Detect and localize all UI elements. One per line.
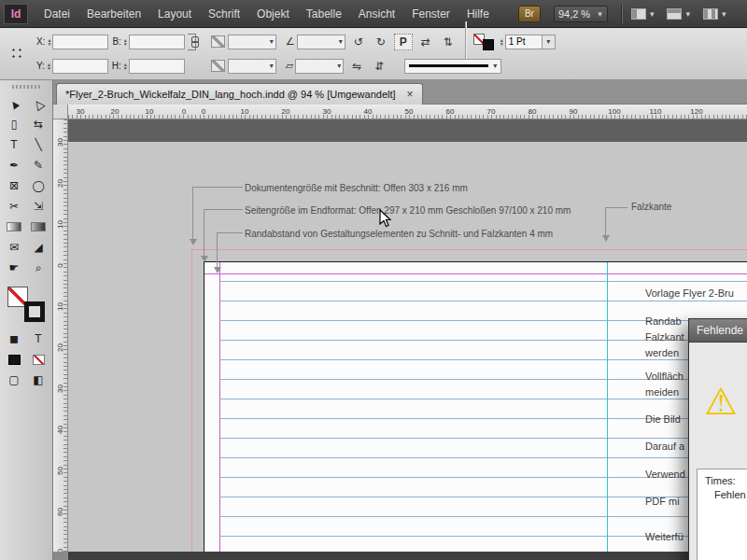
ruler-label: 40 <box>364 107 373 116</box>
stroke-style-select[interactable] <box>404 59 501 74</box>
note-tool: ✉ <box>9 242 19 253</box>
reference-point-proxy[interactable] <box>9 46 25 62</box>
tools-panel-grip[interactable] <box>12 85 40 89</box>
apply-color-button <box>8 355 21 365</box>
menu-item[interactable]: Layout <box>149 0 200 27</box>
ruler-label: 70 <box>487 107 496 116</box>
flip-horizontal-button[interactable]: ⇋ <box>347 58 366 75</box>
fill-stroke-mini-swatches[interactable] <box>473 34 494 50</box>
apply-color-button[interactable] <box>2 350 26 369</box>
scale-x-select[interactable] <box>228 35 276 49</box>
dialog-title-bar[interactable]: Fehlende <box>689 319 747 343</box>
pencil-tool: ✎ <box>34 160 43 171</box>
annotation-connector <box>204 209 243 210</box>
x-stepper[interactable] <box>47 38 51 46</box>
rotate-ccw-button[interactable]: ↺ <box>349 34 368 50</box>
menu-item[interactable]: Objekt <box>248 0 298 27</box>
view-options-icon <box>631 8 646 20</box>
zoom-level-select[interactable]: 94,2 % <box>554 6 608 22</box>
ruler-corner[interactable] <box>53 105 68 119</box>
menu-item[interactable]: Bearbeiten <box>78 0 149 27</box>
flip-vertical-button[interactable]: ⇵ <box>370 58 388 75</box>
ellipse-frame-tool: ◯ <box>32 180 44 191</box>
menu-item[interactable]: Schrift <box>200 0 248 27</box>
bottom-scrollbar-corner <box>53 552 68 560</box>
page-tool[interactable]: ▯ <box>2 115 26 133</box>
view-options-button[interactable] <box>631 8 655 20</box>
stroke-swatch[interactable] <box>24 301 45 322</box>
gradient-feather-tool[interactable] <box>26 217 50 236</box>
missing-fonts-dialog[interactable]: Fehlende ⚠ Times: Fehlen <box>688 318 747 560</box>
height-field[interactable] <box>129 59 185 74</box>
horizontal-ruler[interactable]: 30 20 10 0 0 10 20 30 40 50 60 70 <box>68 105 747 119</box>
stroke-weight-dropdown[interactable]: ▾ <box>543 35 556 49</box>
formatting-affects-text-button: T <box>35 333 41 344</box>
transform-pair-2-button[interactable]: ⇅ <box>439 34 458 50</box>
rotation-angle-select[interactable] <box>297 35 345 49</box>
document-canvas[interactable]: Vorlage Flyer 2-Bru Randab Falzkant werd… <box>68 119 747 560</box>
screen-mode-button[interactable] <box>667 8 690 20</box>
formatting-affects-text-button[interactable]: T <box>26 329 50 348</box>
direct-selection-tool[interactable]: △ <box>26 94 50 113</box>
preview-view-button[interactable]: ◧ <box>26 371 50 389</box>
x-position-field[interactable] <box>52 35 108 49</box>
eyedropper-tool[interactable]: ◢ <box>26 238 50 257</box>
rectangle-frame-tool[interactable]: ⊠ <box>2 176 26 195</box>
menu-item[interactable]: Tabelle <box>298 0 350 27</box>
bottom-scrollbar-area[interactable] <box>53 552 747 560</box>
note-tool[interactable]: ✉ <box>2 238 26 257</box>
stroke-weight-stepper[interactable] <box>500 38 504 46</box>
menu-item[interactable]: Ansicht <box>350 0 403 27</box>
bridge-button[interactable]: Br <box>518 6 541 22</box>
zoom-tool[interactable]: ⌕ <box>26 259 50 277</box>
width-field[interactable] <box>129 35 185 49</box>
annotation-connector <box>192 187 243 188</box>
constrain-dimensions-icon[interactable] <box>188 34 196 50</box>
y-position-field[interactable] <box>52 59 108 74</box>
stroke-weight-field[interactable]: 1 Pt <box>505 35 543 49</box>
pencil-tool[interactable]: ✎ <box>26 156 50 175</box>
document-tab-title: *Flyer_2-Bruch_Wickelfalz_DIN_lang_hoch.… <box>65 89 396 100</box>
annotation-arrow <box>190 239 197 245</box>
height-stepper[interactable] <box>123 63 128 70</box>
menu-item[interactable]: Datei <box>35 0 78 27</box>
rotate-cw-button[interactable]: ↻ <box>372 34 390 50</box>
ellipse-frame-tool[interactable]: ◯ <box>26 176 50 195</box>
menu-item[interactable]: Fenster <box>403 0 458 27</box>
pen-tool[interactable]: ✒ <box>2 156 26 175</box>
y-stepper[interactable] <box>47 63 51 70</box>
object-states-button[interactable]: P <box>394 34 413 50</box>
line-tool[interactable]: ╲ <box>26 135 50 154</box>
missing-fonts-list[interactable]: Times: Fehlen <box>697 469 747 560</box>
gradient-swatch-tool[interactable] <box>2 217 26 236</box>
apply-none-button[interactable] <box>26 350 50 369</box>
fill-stroke-controls[interactable] <box>6 287 47 322</box>
selection-tool[interactable]: ▲ <box>2 94 26 113</box>
type-tool[interactable]: T <box>2 135 26 154</box>
hand-tool[interactable]: ☛ <box>2 259 26 277</box>
shear-angle-select[interactable] <box>295 59 344 74</box>
y-label: Y: <box>36 61 45 71</box>
annotation-connector <box>192 187 193 239</box>
width-stepper[interactable] <box>123 38 128 46</box>
document-tab-bar: *Flyer_2-Bruch_Wickelfalz_DIN_lang_hoch.… <box>53 80 747 105</box>
annotation-connector <box>217 232 218 267</box>
document-tab[interactable]: *Flyer_2-Bruch_Wickelfalz_DIN_lang_hoch.… <box>56 83 423 105</box>
zoom-tool: ⌕ <box>35 262 42 273</box>
transform-pair-1-button[interactable]: ⇄ <box>416 34 435 50</box>
normal-view-button[interactable]: ▢ <box>2 371 26 389</box>
free-transform-tool[interactable]: ⇲ <box>26 197 50 216</box>
formatting-affects-container-button[interactable]: ◼ <box>2 329 26 348</box>
arrange-documents-button[interactable] <box>703 8 726 20</box>
scissors-tool[interactable]: ✂ <box>2 197 26 216</box>
tab-close-icon[interactable]: × <box>407 88 414 101</box>
gap-tool[interactable]: ⇆ <box>26 115 50 133</box>
vertical-ruler[interactable]: 30 20 10 0 10 20 30 40 50 60 70 <box>53 119 68 552</box>
fill-black-swatch[interactable] <box>483 39 494 50</box>
scale-y-select[interactable] <box>228 59 276 74</box>
document-page[interactable]: Vorlage Flyer 2-Bru Randab Falzkant werd… <box>204 261 747 560</box>
ruler-label: 30 <box>56 383 64 396</box>
screen-mode-icon <box>667 8 682 20</box>
tools-grid: ▲ △ ▯ ⇆ T ╲ <box>0 94 52 277</box>
page-text-line: Randab <box>645 315 682 327</box>
